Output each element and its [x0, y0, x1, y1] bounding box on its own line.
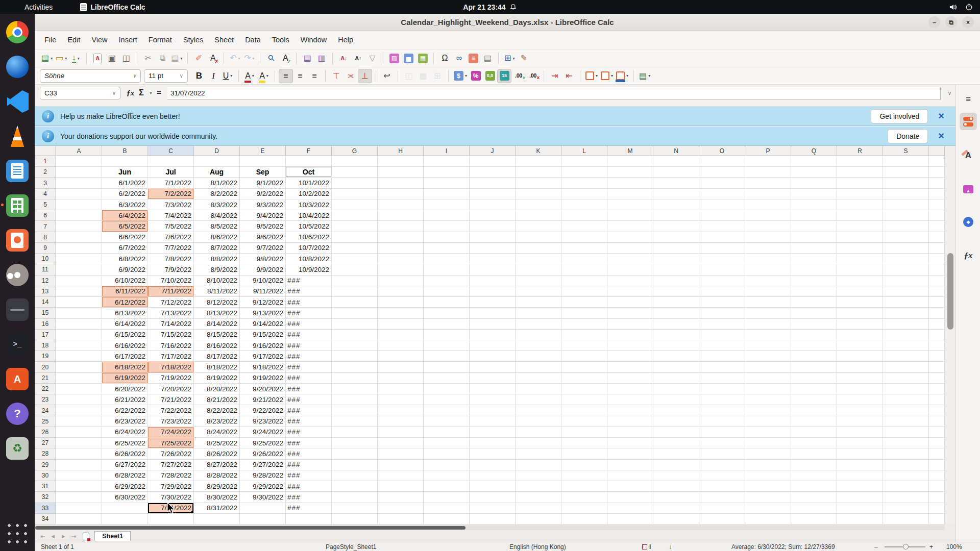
cell-C14[interactable]: 7/12/2022 — [148, 297, 194, 308]
cell-P25[interactable] — [745, 416, 791, 427]
dock-vlc-icon[interactable] — [5, 124, 30, 148]
cell-partial-31[interactable] — [929, 481, 945, 492]
cell-partial-23[interactable] — [929, 394, 945, 405]
column-header-partial[interactable] — [929, 146, 945, 156]
cell-A22[interactable] — [56, 384, 102, 394]
cell-K4[interactable] — [516, 189, 561, 199]
cell-F34[interactable] — [286, 514, 332, 524]
cell-partial-33[interactable] — [929, 503, 945, 514]
cell-J15[interactable] — [470, 308, 516, 318]
cell-G16[interactable] — [332, 319, 378, 330]
cell-P6[interactable] — [745, 210, 791, 221]
cell-E10[interactable]: 9/8/2022 — [240, 254, 286, 264]
cell-F5[interactable]: 10/3/2022 — [286, 199, 332, 210]
column-header-I[interactable]: I — [424, 146, 470, 156]
menu-insert[interactable]: Insert — [113, 34, 143, 46]
cell-M31[interactable] — [607, 481, 653, 492]
cell-partial-32[interactable] — [929, 492, 945, 503]
row-header-28[interactable]: 28 — [35, 448, 56, 459]
cell-A27[interactable] — [56, 438, 102, 448]
cell-J17[interactable] — [470, 330, 516, 340]
row-header-11[interactable]: 11 — [35, 264, 56, 275]
dropdown-caret-icon[interactable]: ▾ — [253, 56, 255, 61]
dropdown-caret-icon[interactable]: ▾ — [238, 56, 240, 61]
cell-E3[interactable]: 9/1/2022 — [240, 178, 286, 188]
cell-Q28[interactable] — [791, 448, 837, 459]
cell-N13[interactable] — [653, 286, 699, 297]
cell-O31[interactable] — [699, 481, 745, 492]
align-bottom-button[interactable]: ⊥ — [358, 69, 372, 83]
cell-J10[interactable] — [470, 254, 516, 264]
column-header-C[interactable]: C — [148, 146, 194, 156]
row-header-29[interactable]: 29 — [35, 460, 56, 470]
cell-Q12[interactable] — [791, 276, 837, 286]
cell-R9[interactable] — [837, 243, 883, 254]
cell-I10[interactable] — [424, 254, 470, 264]
cell-O1[interactable] — [699, 156, 745, 167]
cell-M33[interactable] — [607, 503, 653, 514]
cell-S5[interactable] — [883, 199, 929, 210]
cell-N26[interactable] — [653, 427, 699, 438]
cell-I28[interactable] — [424, 448, 470, 459]
cell-M25[interactable] — [607, 416, 653, 427]
cell-H30[interactable] — [378, 470, 424, 481]
cell-P29[interactable] — [745, 460, 791, 470]
cell-I1[interactable] — [424, 156, 470, 167]
cell-M1[interactable] — [607, 156, 653, 167]
cell-I8[interactable] — [424, 232, 470, 243]
cell-E14[interactable]: 9/12/2022 — [240, 297, 286, 308]
cell-A20[interactable] — [56, 362, 102, 372]
cell-B3[interactable]: 6/1/2022 — [102, 178, 148, 188]
cell-R17[interactable] — [837, 330, 883, 340]
row-header-16[interactable]: 16 — [35, 319, 56, 330]
cell-S20[interactable] — [883, 362, 929, 372]
insert-column-button[interactable]: ▥ — [314, 51, 329, 65]
column-header-B[interactable]: B — [102, 146, 148, 156]
cell-P24[interactable] — [745, 405, 791, 416]
cell-P30[interactable] — [745, 470, 791, 481]
cell-G33[interactable] — [332, 503, 378, 514]
cell-L29[interactable] — [561, 460, 607, 470]
cell-C11[interactable]: 7/9/2022 — [148, 264, 194, 275]
cell-F7[interactable]: 10/5/2022 — [286, 221, 332, 232]
cell-C16[interactable]: 7/14/2022 — [148, 319, 194, 330]
cell-S27[interactable] — [883, 438, 929, 448]
cell-K22[interactable] — [516, 384, 561, 394]
align-top-button[interactable]: ⊤ — [329, 69, 344, 83]
undo-button[interactable]: ↶▾ — [228, 51, 242, 65]
cell-F19[interactable]: ### — [286, 351, 332, 362]
formula-button[interactable]: = — [157, 88, 161, 97]
cell-N24[interactable] — [653, 405, 699, 416]
cell-N12[interactable] — [653, 276, 699, 286]
conditional-formatting-button[interactable]: ▤▾ — [638, 69, 652, 83]
cell-R32[interactable] — [837, 492, 883, 503]
cell-R29[interactable] — [837, 460, 883, 470]
open-file-button[interactable]: ▭▾ — [54, 51, 68, 65]
cell-A19[interactable] — [56, 351, 102, 362]
cell-B25[interactable]: 6/23/2022 — [102, 416, 148, 427]
cell-E34[interactable] — [240, 514, 286, 524]
row-header-34[interactable]: 34 — [35, 514, 56, 524]
cell-E33[interactable] — [240, 503, 286, 514]
cell-G13[interactable] — [332, 286, 378, 297]
cell-P26[interactable] — [745, 427, 791, 438]
cell-B24[interactable]: 6/22/2022 — [102, 405, 148, 416]
cell-R5[interactable] — [837, 199, 883, 210]
cell-N33[interactable] — [653, 503, 699, 514]
cell-N17[interactable] — [653, 330, 699, 340]
hyperlink-button[interactable]: ∞ — [452, 51, 466, 65]
merge-cells-button[interactable]: ▦ — [416, 69, 430, 83]
cell-I12[interactable] — [424, 276, 470, 286]
cell-N5[interactable] — [653, 199, 699, 210]
cell-A18[interactable] — [56, 340, 102, 351]
cell-partial-5[interactable] — [929, 199, 945, 210]
insert-mode-status[interactable]: I — [642, 543, 651, 550]
cell-M22[interactable] — [607, 384, 653, 394]
cell-O15[interactable] — [699, 308, 745, 318]
cell-A8[interactable] — [56, 232, 102, 243]
merge-and-center-button[interactable]: ◫ — [402, 69, 416, 83]
cell-P28[interactable] — [745, 448, 791, 459]
cell-K20[interactable] — [516, 362, 561, 372]
cell-F22[interactable]: ### — [286, 384, 332, 394]
cell-K14[interactable] — [516, 297, 561, 308]
